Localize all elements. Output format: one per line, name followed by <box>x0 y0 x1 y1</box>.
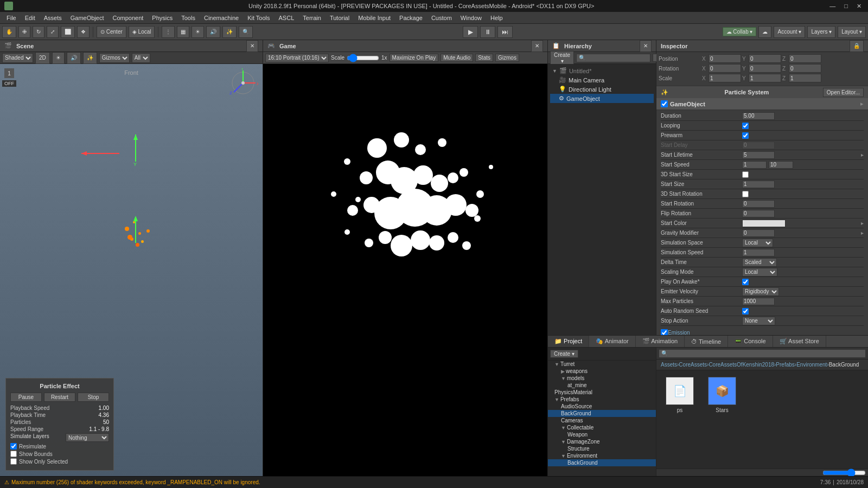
show-only-selected-checkbox[interactable] <box>10 458 17 465</box>
hierarchy-search[interactable] <box>576 54 650 62</box>
scene-audio-btn[interactable]: 🔊 <box>67 52 81 64</box>
scale-tool[interactable]: ⤢ <box>47 26 59 38</box>
step-button[interactable]: ⏭ <box>497 26 513 38</box>
game-viewport[interactable] <box>263 64 547 476</box>
go-active-checkbox[interactable] <box>661 100 668 107</box>
menu-component[interactable]: Component <box>108 14 148 22</box>
tree-prefabs[interactable]: ▼ Prefabs <box>548 396 656 403</box>
start-speed-min-input[interactable] <box>742 161 767 169</box>
tree-structure[interactable]: Structure <box>548 445 656 452</box>
grid-tool[interactable]: ▦ <box>177 26 189 38</box>
project-zoom-slider[interactable] <box>822 468 866 477</box>
gizmos-select[interactable]: Gizmos <box>99 53 130 63</box>
resimulate-checkbox[interactable] <box>10 443 17 450</box>
shading-select[interactable]: Shaded <box>2 53 33 63</box>
menu-window[interactable]: Window <box>456 14 486 22</box>
gravity-modifier-input[interactable] <box>742 229 775 237</box>
start-color-arrow[interactable]: ▸ <box>861 220 864 226</box>
resolution-select[interactable]: 16:10 Portrait (10:16) <box>265 54 329 62</box>
stats-btn[interactable]: Stats <box>475 54 493 62</box>
looping-checkbox[interactable] <box>742 123 749 129</box>
tree-physicsmaterial[interactable]: PhysicsMaterial <box>548 389 656 396</box>
particle-stop-btn[interactable]: Stop <box>78 393 109 402</box>
simulate-layers-select[interactable]: Nothing <box>66 433 109 442</box>
scene-close[interactable]: ✕ <box>246 40 258 52</box>
menu-ascl[interactable]: ASCL <box>275 14 299 22</box>
gizmos-btn[interactable]: Gizmos <box>495 54 519 62</box>
pause-button[interactable]: ⏸ <box>480 26 495 38</box>
start-lifetime-input[interactable] <box>742 151 775 159</box>
inspector-lock[interactable]: 🔒 <box>850 40 864 52</box>
menu-file[interactable]: File <box>2 14 21 22</box>
tree-models[interactable]: ▼ models <box>548 375 656 382</box>
maximize-on-play-btn[interactable]: Maximize On Play <box>390 54 439 62</box>
rotation-z-input[interactable] <box>789 64 821 73</box>
tree-cameras[interactable]: Cameras <box>548 417 656 424</box>
center-btn[interactable]: ⊙ Center <box>97 26 126 38</box>
simulation-space-select[interactable]: LocalWorldCustom <box>742 239 773 247</box>
all-select[interactable]: All <box>132 53 150 63</box>
transform-tool[interactable]: ❖ <box>77 26 90 38</box>
scale-y-input[interactable] <box>749 74 781 82</box>
3d-start-size-checkbox[interactable] <box>742 171 749 178</box>
menu-tutorial[interactable]: Tutorial <box>326 14 354 22</box>
scale-x-input[interactable] <box>709 74 741 82</box>
hierarchy-scene-item[interactable]: ▼ 🎬 Untitled* <box>550 66 654 75</box>
menu-custom[interactable]: Custom <box>427 14 456 22</box>
auto-random-seed-checkbox[interactable] <box>742 308 749 314</box>
hierarchy-directional-light[interactable]: 💡 Directional Light <box>550 85 654 94</box>
menu-kittools[interactable]: Kit Tools <box>243 14 274 22</box>
flip-rotation-input[interactable] <box>742 210 775 217</box>
start-lifetime-arrow[interactable]: ▸ <box>861 152 864 158</box>
audio-tool[interactable]: 🔊 <box>206 26 220 38</box>
menu-help[interactable]: Help <box>486 14 507 22</box>
breadcrumb-background[interactable]: BackGround <box>829 362 859 368</box>
breadcrumb-environment[interactable]: Environment <box>796 362 827 368</box>
menu-edit[interactable]: Edit <box>21 14 40 22</box>
2d-btn[interactable]: 2D <box>35 52 50 64</box>
mute-audio-btn[interactable]: Mute Audio <box>441 54 473 62</box>
tab-animator[interactable]: 🎭 Animator <box>589 336 635 347</box>
tree-collectable[interactable]: ▼ Collectable <box>548 424 656 431</box>
tree-environment[interactable]: ▼ Environment <box>548 452 656 459</box>
project-item-stars[interactable]: 📦 Stars <box>703 375 741 415</box>
stop-action-select[interactable]: NoneDisableDestroyCallback <box>742 317 775 325</box>
tab-animation[interactable]: 🎬 Animation <box>636 336 685 347</box>
breadcrumb-coreassets[interactable]: CoreAssets <box>679 362 707 368</box>
layout-button[interactable]: Layout ▾ <box>838 26 866 38</box>
scale-z-input[interactable] <box>789 74 821 82</box>
start-speed-max-input[interactable] <box>769 161 793 169</box>
start-color-picker[interactable] <box>742 220 786 227</box>
collab-button[interactable]: ☁ Collab ▾ <box>723 27 757 36</box>
title-bar-controls[interactable]: — □ ✕ <box>827 3 864 10</box>
layers-button[interactable]: Layers ▾ <box>807 26 835 38</box>
local-btn[interactable]: ◈ Local <box>129 26 155 38</box>
emitter-velocity-select[interactable]: RigidbodyTransform <box>742 287 779 296</box>
rotate-tool[interactable]: ↻ <box>33 26 44 38</box>
snap-tool[interactable]: ⋮ <box>162 26 175 38</box>
tree-turret[interactable]: ▼ Turret <box>548 361 656 368</box>
position-y-input[interactable] <box>749 54 781 63</box>
effect-tool[interactable]: ✨ <box>222 26 237 38</box>
hand-tool[interactable]: ✋ <box>2 26 16 38</box>
scene-light-btn[interactable]: ☀ <box>52 52 65 64</box>
tab-timeline[interactable]: ⏱ Timeline <box>685 336 728 347</box>
tab-project[interactable]: 📁 Project <box>548 336 589 347</box>
particle-pause-btn[interactable]: Pause <box>10 393 42 402</box>
menu-mobileinput[interactable]: Mobile Input <box>354 14 395 22</box>
menu-tools[interactable]: Tools <box>177 14 200 22</box>
hierarchy-close[interactable]: ✕ <box>640 40 652 52</box>
position-z-input[interactable] <box>789 54 821 63</box>
hierarchy-create-btn[interactable]: Create ▾ <box>550 51 574 65</box>
rect-tool[interactable]: ⬜ <box>61 26 75 38</box>
project-item-ps[interactable]: 📄 ps <box>661 375 699 415</box>
scale-slider[interactable] <box>347 54 379 62</box>
menu-physics[interactable]: Physics <box>148 14 177 22</box>
tab-console[interactable]: 📟 Console <box>728 336 773 347</box>
menu-gameobject[interactable]: GameObject <box>66 14 108 22</box>
start-size-input[interactable] <box>742 181 775 188</box>
rotation-x-input[interactable] <box>709 64 741 73</box>
menu-assets[interactable]: Assets <box>40 14 66 22</box>
emission-checkbox[interactable] <box>661 329 668 335</box>
duration-input[interactable] <box>742 112 775 120</box>
